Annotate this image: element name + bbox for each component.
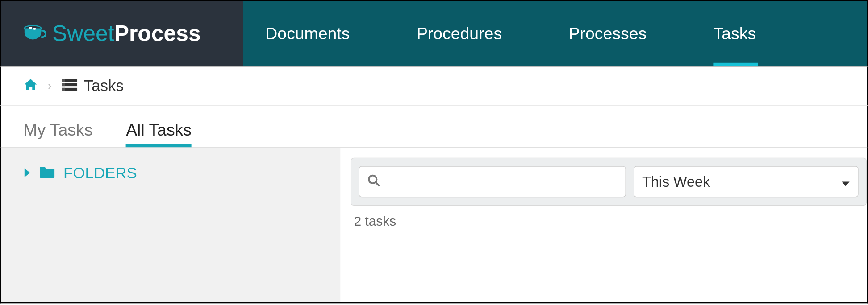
brand-process: Process	[114, 21, 201, 45]
brand-text: SweetProcess	[52, 21, 200, 46]
folder-icon	[39, 165, 55, 182]
breadcrumb: › Tasks	[0, 67, 868, 106]
tab-my-tasks[interactable]: My Tasks	[23, 120, 92, 147]
svg-point-2	[33, 28, 36, 29]
brand-logo[interactable]: SweetProcess	[1, 1, 243, 66]
search-icon	[367, 174, 380, 190]
date-range-value: This Week	[642, 173, 710, 190]
search-input-wrap[interactable]	[359, 166, 626, 198]
content-area: This Week 2 tasks	[341, 148, 867, 302]
folders-label: FOLDERS	[63, 165, 137, 182]
nav-links: Documents Procedures Processes Tasks	[243, 1, 867, 66]
chevron-down-icon	[841, 173, 850, 190]
nav-processes[interactable]: Processes	[569, 1, 647, 66]
nav-tasks[interactable]: Tasks	[714, 1, 756, 66]
task-count: 2 tasks	[354, 213, 867, 229]
folders-toggle[interactable]: FOLDERS	[23, 165, 318, 182]
tab-all-tasks[interactable]: All Tasks	[126, 120, 192, 147]
svg-line-10	[376, 182, 380, 186]
top-nav: SweetProcess Documents Procedures Proces…	[0, 0, 868, 67]
cup-icon	[23, 24, 46, 44]
svg-point-9	[369, 176, 376, 183]
breadcrumb-current: Tasks	[84, 77, 124, 95]
brand-sweet: Sweet	[52, 21, 114, 45]
chevron-right-icon: ›	[48, 79, 51, 92]
home-icon[interactable]	[23, 77, 38, 95]
filter-bar: This Week	[351, 158, 867, 206]
nav-procedures[interactable]: Procedures	[417, 1, 502, 66]
svg-point-1	[29, 27, 32, 29]
chevron-right-icon	[23, 165, 31, 182]
main-area: FOLDERS This Week	[0, 148, 868, 303]
nav-documents[interactable]: Documents	[265, 1, 350, 66]
svg-rect-6	[62, 78, 65, 81]
svg-rect-7	[62, 83, 65, 86]
sub-tabs: My Tasks All Tasks	[0, 106, 868, 148]
tasks-list-icon	[62, 77, 77, 95]
search-input[interactable]	[386, 174, 618, 190]
svg-rect-8	[62, 87, 65, 90]
sidebar: FOLDERS	[1, 148, 340, 302]
date-range-select[interactable]: This Week	[634, 166, 858, 198]
